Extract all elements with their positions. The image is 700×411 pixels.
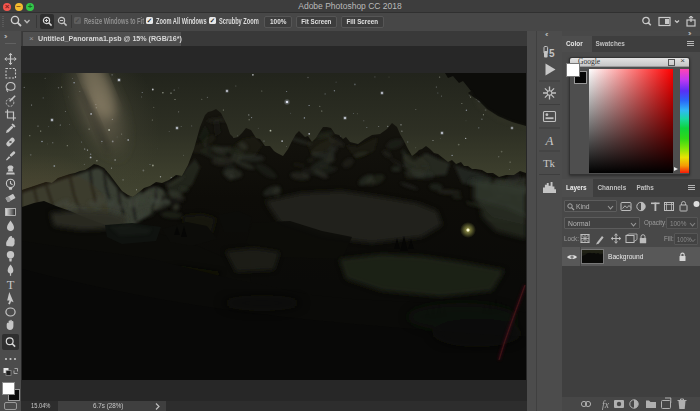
svg-text:A: A (545, 133, 554, 148)
svg-text:T: T (7, 278, 15, 292)
svg-text:5: 5 (549, 48, 555, 59)
svg-text:fx: fx (602, 400, 610, 410)
svg-text:Tk: Tk (543, 157, 556, 169)
